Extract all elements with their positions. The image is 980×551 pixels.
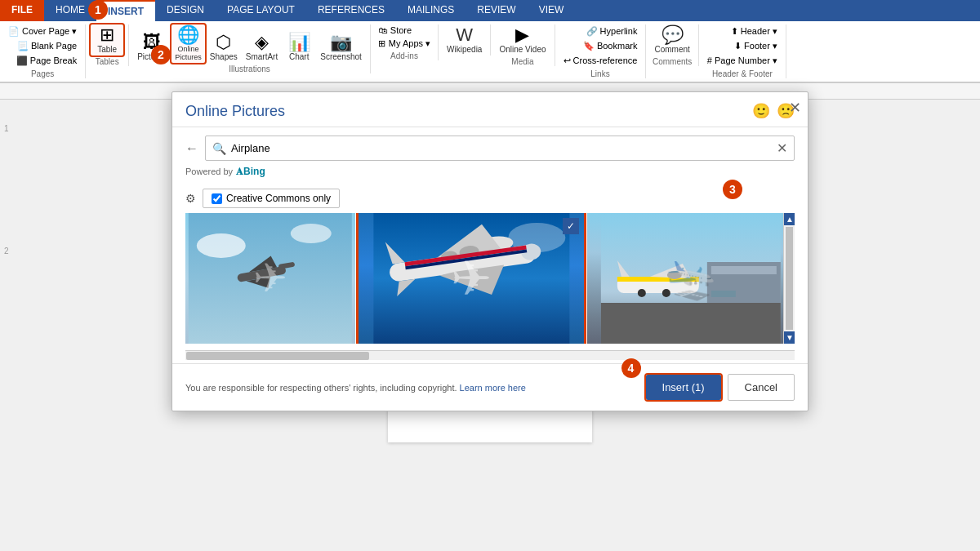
vertical-scrollbar[interactable]: ▲ ▼ xyxy=(783,213,795,344)
cross-reference-button[interactable]: ↩ Cross-reference xyxy=(560,54,641,68)
table-label: Table xyxy=(97,45,117,54)
tab-references[interactable]: REFERENCES xyxy=(306,0,396,21)
images-row: ✓ xyxy=(185,213,795,344)
dialog-overlay: ✕ Online Pictures 🙂 🙁 ← 🔍 ✕ xyxy=(0,83,980,551)
wikipedia-icon: W xyxy=(456,26,473,44)
plane1-svg xyxy=(185,213,355,344)
search-clear-button[interactable]: ✕ xyxy=(777,140,787,156)
links-buttons: 🔗 Hyperlink 🔖 Bookmark ↩ Cross-reference xyxy=(560,24,641,68)
store-button[interactable]: 🛍 Store xyxy=(376,24,414,36)
hf-buttons: ⬆ Header ▾ ⬇ Footer ▾ # Page Number ▾ xyxy=(704,24,781,68)
online-video-button[interactable]: ▶ Online Video xyxy=(496,24,549,56)
chart-label: Chart xyxy=(289,52,309,61)
wikipedia-button[interactable]: W Wikipedia xyxy=(443,24,485,56)
tab-file[interactable]: FILE xyxy=(0,0,44,21)
svg-rect-31 xyxy=(711,291,736,297)
ribbon-tabs: FILE HOME INSERT DESIGN PAGE LAYOUT REFE… xyxy=(0,0,980,21)
svg-point-28 xyxy=(667,271,682,279)
header-button[interactable]: ⬆ Header ▾ xyxy=(728,24,781,38)
smiley-icon[interactable]: 🙂 xyxy=(752,102,770,120)
creative-commons-label: Creative Commons only xyxy=(226,193,331,204)
blank-page-button[interactable]: 📃 Blank Page xyxy=(14,39,80,53)
page-number-button[interactable]: # Page Number ▾ xyxy=(704,54,781,68)
plane3-svg xyxy=(587,213,795,344)
svg-rect-23 xyxy=(711,266,777,274)
dialog-close-button[interactable]: ✕ xyxy=(789,99,801,117)
horizontal-scrollbar[interactable] xyxy=(185,350,795,360)
svg-point-2 xyxy=(291,224,332,243)
group-links: 🔗 Hyperlink 🔖 Bookmark ↩ Cross-reference… xyxy=(555,24,647,78)
shapes-label: Shapes xyxy=(210,52,238,61)
insert-button[interactable]: Insert (1) xyxy=(646,375,721,400)
creative-commons-filter[interactable]: Creative Commons only xyxy=(203,189,340,208)
online-pictures-label: OnlinePictures xyxy=(175,45,202,61)
cancel-button[interactable]: Cancel xyxy=(728,374,795,401)
step3-badge: 3 xyxy=(723,180,742,199)
hyperlink-button[interactable]: 🔗 Hyperlink xyxy=(583,24,641,38)
step1-badge: 1 xyxy=(88,0,108,20)
footer-message: You are responsible for respecting other… xyxy=(185,383,457,393)
main-area: 1 2 ✕ Online Pictures 🙂 🙁 ← 🔍 xyxy=(0,83,980,551)
image-check-2: ✓ xyxy=(563,218,579,234)
table-icon: ⊞ xyxy=(100,26,114,44)
scroll-up-button[interactable]: ▲ xyxy=(784,213,795,225)
group-header-footer: ⬆ Header ▾ ⬇ Footer ▾ # Page Number ▾ He… xyxy=(699,24,786,78)
store-label: Store xyxy=(390,25,412,35)
links-label: Links xyxy=(590,69,609,78)
comment-button[interactable]: 💬 Comment xyxy=(651,24,693,56)
scroll-down-button[interactable]: ▼ xyxy=(784,331,795,344)
shapes-icon: ⬡ xyxy=(216,33,231,51)
dialog-header: Online Pictures 🙂 🙁 xyxy=(172,92,808,127)
comments-label: Comments xyxy=(653,57,692,66)
smartart-button[interactable]: ◈ SmartArt xyxy=(243,32,281,63)
smartart-icon: ◈ xyxy=(255,33,269,51)
page-break-button[interactable]: ⬛ Page Break xyxy=(13,54,81,68)
bookmark-button[interactable]: 🔖 Bookmark xyxy=(580,39,641,53)
filter-area: ⚙ Creative Commons only 3 xyxy=(172,184,808,213)
table-button[interactable]: ⊞ Table xyxy=(91,24,123,56)
search-input[interactable] xyxy=(231,142,772,154)
tab-mailings[interactable]: MAILINGS xyxy=(396,0,466,21)
tab-page-layout[interactable]: PAGE LAYOUT xyxy=(216,0,306,21)
search-icon: 🔍 xyxy=(212,142,226,155)
search-row: ← 🔍 ✕ xyxy=(185,136,795,161)
tables-label: Tables xyxy=(96,57,119,66)
online-video-label: Online Video xyxy=(499,45,546,54)
chart-icon: 📊 xyxy=(288,33,310,51)
shapes-button[interactable]: ⬡ Shapes xyxy=(207,32,241,63)
comment-label: Comment xyxy=(654,45,689,54)
image-thumb-1[interactable] xyxy=(185,213,355,344)
back-button[interactable]: ← xyxy=(185,141,198,156)
tab-design[interactable]: DESIGN xyxy=(155,0,216,21)
footer-button[interactable]: ⬇ Footer ▾ xyxy=(731,39,781,53)
my-apps-button[interactable]: ⊞ My Apps ▾ xyxy=(376,38,433,50)
h-scroll-thumb[interactable] xyxy=(186,352,369,360)
online-pictures-dialog: ✕ Online Pictures 🙂 🙁 ← 🔍 ✕ xyxy=(172,91,808,411)
group-pages: 📄 Cover Page ▾ 📃 Blank Page ⬛ Page Break… xyxy=(0,24,86,78)
dialog-footer: You are responsible for respecting other… xyxy=(172,363,808,411)
smartart-label: SmartArt xyxy=(246,52,278,61)
ribbon-content: 📄 Cover Page ▾ 📃 Blank Page ⬛ Page Break… xyxy=(0,21,980,82)
media-label: Media xyxy=(511,57,533,66)
cover-page-button[interactable]: 📄 Cover Page ▾ xyxy=(5,24,80,38)
tab-review[interactable]: REVIEW xyxy=(466,0,527,21)
footer-text: You are responsible for respecting other… xyxy=(185,383,646,393)
online-video-icon: ▶ xyxy=(515,26,529,44)
tab-view[interactable]: VIEW xyxy=(528,0,576,21)
image-thumb-3[interactable] xyxy=(587,213,795,344)
group-wikipedia: W Wikipedia xyxy=(439,24,491,56)
online-pictures-button[interactable]: 🌐 OnlinePictures xyxy=(172,24,205,63)
filter-icon: ⚙ xyxy=(185,192,196,205)
online-pictures-icon: 🌐 xyxy=(177,26,199,44)
filter-row: ⚙ Creative Commons only xyxy=(172,184,808,213)
dialog-search-area: ← 🔍 ✕ Powered by 𝐀Bing xyxy=(172,127,808,184)
creative-commons-checkbox[interactable] xyxy=(212,193,222,204)
scroll-thumb[interactable] xyxy=(786,227,793,330)
group-tables: ⊞ Table Tables xyxy=(86,24,129,66)
image-thumb-2[interactable]: ✓ xyxy=(359,213,585,344)
chart-button[interactable]: 📊 Chart xyxy=(283,32,315,63)
powered-by-text: Powered by 𝐀Bing xyxy=(185,166,795,177)
screenshot-button[interactable]: 📷 Screenshot xyxy=(317,32,365,63)
learn-more-link[interactable]: Learn more here xyxy=(460,383,526,393)
tables-buttons: ⊞ Table xyxy=(91,24,123,56)
